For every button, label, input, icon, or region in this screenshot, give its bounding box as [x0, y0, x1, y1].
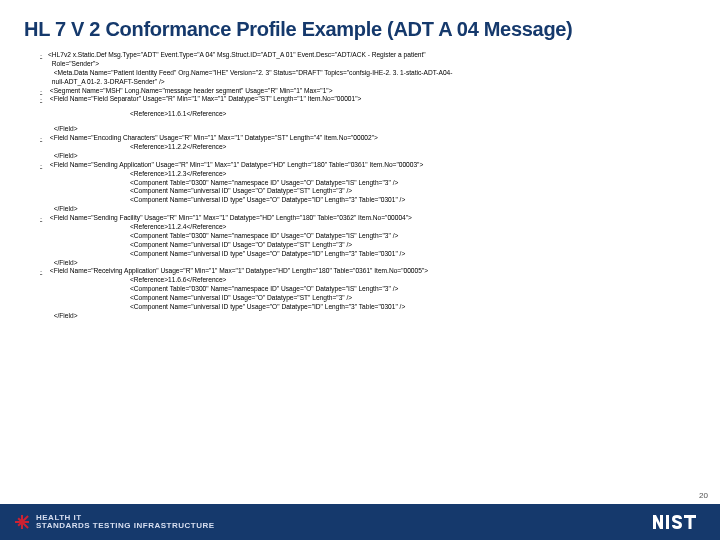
collapse-dash: -	[40, 51, 48, 60]
xml-line: <Field Name="Field Separator" Usage="R" …	[48, 95, 361, 102]
xml-line: <Reference>11.2.3</Reference>	[40, 170, 690, 179]
collapse-dash: -	[40, 95, 48, 104]
health-asterisk-icon	[14, 514, 30, 530]
xml-line: <HL7v2 x.Static.Def Msg.Type="ADT" Event…	[48, 51, 426, 58]
svg-rect-2	[17, 517, 28, 528]
xml-listing: -<HL7v2 x.Static.Def Msg.Type="ADT" Even…	[0, 51, 720, 504]
xml-line: <Field Name="Sending Facility" Usage="R"…	[48, 214, 412, 221]
xml-line: null-ADT_A 01-2. 3-DRAFT-Sender" />	[40, 78, 690, 87]
slide-title: HL 7 V 2 Conformance Profile Example (AD…	[0, 0, 720, 51]
xml-line: <Field Name="Encoding Characters" Usage=…	[48, 134, 378, 141]
footer-left: HEALTH IT STANDARDS TESTING INFRASTRUCTU…	[14, 514, 215, 531]
xml-line: <Segment Name="MSH" Long.Name="message h…	[48, 87, 333, 94]
xml-line: <Component Table="0300" Name="namespace …	[40, 232, 690, 241]
slide: HL 7 V 2 Conformance Profile Example (AD…	[0, 0, 720, 540]
xml-line: <Reference>11.6.1</Reference>	[40, 110, 690, 119]
xml-line: Role="Sender">	[40, 60, 690, 69]
xml-line: <Component Name="universal ID type" Usag…	[40, 303, 690, 312]
xml-line: <Field Name="Sending Application" Usage=…	[48, 161, 423, 168]
xml-line: <Component Name="universal ID" Usage="O"…	[40, 187, 690, 196]
footer-bar: HEALTH IT STANDARDS TESTING INFRASTRUCTU…	[0, 504, 720, 540]
xml-line: <Component Table="0300" Name="namespace …	[40, 179, 690, 188]
xml-line: <Meta.Data Name="Patient Identity Feed" …	[40, 69, 690, 78]
collapse-dash: -	[40, 214, 48, 223]
xml-line: </Field>	[40, 205, 690, 214]
nist-logo	[652, 513, 706, 531]
xml-line: <Component Name="universal ID type" Usag…	[40, 250, 690, 259]
svg-rect-4	[666, 515, 669, 529]
collapse-dash: -	[40, 267, 48, 276]
xml-line: <Component Name="universal ID" Usage="O"…	[40, 294, 690, 303]
xml-line: <Component Name="universal ID" Usage="O"…	[40, 241, 690, 250]
xml-line: </Field>	[40, 259, 690, 268]
xml-line: </Field>	[40, 152, 690, 161]
xml-line: <Component Table="0300" Name="namespace …	[40, 285, 690, 294]
footer-text: HEALTH IT STANDARDS TESTING INFRASTRUCTU…	[36, 514, 215, 531]
collapse-dash: -	[40, 134, 48, 143]
collapse-dash: -	[40, 87, 48, 96]
xml-line: <Reference>11.2.4</Reference>	[40, 223, 690, 232]
xml-line: </Field>	[40, 312, 690, 321]
xml-line: <Component Name="universal ID type" Usag…	[40, 196, 690, 205]
footer-line2: STANDARDS TESTING INFRASTRUCTURE	[36, 522, 215, 530]
page-number: 20	[699, 491, 708, 500]
xml-line: <Reference>11.6.6</Reference>	[40, 276, 690, 285]
svg-rect-3	[17, 515, 28, 526]
collapse-dash: -	[40, 161, 48, 170]
xml-line: <Reference>11.2.2</Reference>	[40, 143, 690, 152]
xml-line: </Field>	[40, 125, 690, 134]
xml-line: <Field Name="Receiving Application" Usag…	[48, 267, 428, 274]
